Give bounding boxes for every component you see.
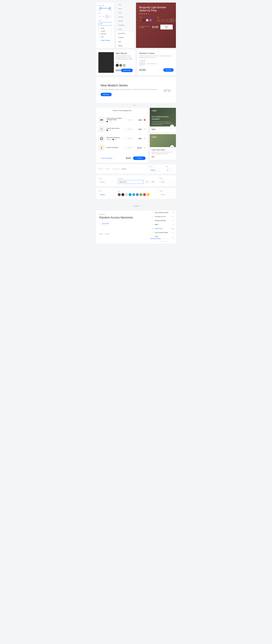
add-to-cart-button[interactable]: Add to Cart <box>121 69 133 72</box>
qty-plus[interactable]: + <box>131 137 134 140</box>
color-charcoal[interactable] <box>142 19 145 22</box>
cat-cardigans[interactable]: Cardigans <box>116 23 134 27</box>
swatch-black[interactable]: ✓ <box>116 64 118 67</box>
qty-minus[interactable]: − <box>125 137 128 140</box>
remove-item-button[interactable]: ✕ <box>144 128 146 130</box>
ship-select-2[interactable]: Russia⌵ <box>160 193 174 196</box>
brand-item[interactable]: Microsoft <box>98 32 110 35</box>
list-view-icon[interactable]: ☰ <box>170 168 174 172</box>
brand-item[interactable]: Apple <box>98 27 110 30</box>
crumb[interactable]: Woman <box>105 168 110 170</box>
dot-1[interactable] <box>134 105 135 106</box>
favorite-button[interactable]: ♥ <box>170 124 174 128</box>
qty-plus[interactable]: + <box>131 128 134 130</box>
track-item[interactable]: 7Touch8:19 <box>150 234 176 238</box>
hero-size-43[interactable]: 43 <box>174 19 176 22</box>
brand-item[interactable]: Intel <box>98 35 110 38</box>
hero-size-39[interactable]: 39 <box>157 19 160 22</box>
checkbox[interactable] <box>98 30 100 32</box>
next-icon[interactable]: ▸▸ <box>166 240 167 242</box>
config-64gb[interactable]: +64GB Miscro SD <box>145 62 158 65</box>
color-swatch[interactable] <box>147 193 150 196</box>
proceed-button[interactable]: Proceed <box>133 156 146 160</box>
color-burgundy[interactable]: ✓ <box>139 19 142 22</box>
size-42[interactable]: 42 <box>109 15 112 18</box>
sort-select[interactable]: Category⌵ <box>149 168 161 172</box>
likes[interactable]: ♥ 859 <box>99 233 102 235</box>
size-40[interactable]: 40 <box>102 15 105 18</box>
apply-changes-button[interactable]: Apply Changes <box>98 40 112 41</box>
checkbox[interactable] <box>98 33 100 35</box>
track-item[interactable]: 4Within3:48 <box>150 222 176 226</box>
prev-icon[interactable]: ◂◂ <box>159 240 161 242</box>
color-swatch[interactable] <box>122 193 124 196</box>
keyword-input[interactable]: Apple iPhone <box>118 180 144 184</box>
hero-size-40[interactable]: 40 <box>161 19 165 22</box>
price-min-input[interactable] <box>144 180 150 184</box>
track-item[interactable]: 1Give Life Back to Music4:35 <box>150 210 176 214</box>
buy-now-button[interactable]: Buy Now <box>163 68 174 72</box>
cat-tops[interactable]: Tops <box>116 2 134 7</box>
color-swatch[interactable] <box>125 193 128 196</box>
grid-view-icon[interactable]: ⊞ <box>166 168 170 172</box>
remove-item-button[interactable]: ✕ <box>144 138 146 139</box>
config-full[interactable]: Full <box>139 62 145 65</box>
color-swatch[interactable] <box>129 193 132 196</box>
color-swatch[interactable] <box>143 193 146 196</box>
qty-minus[interactable]: − <box>125 118 128 121</box>
swatch-grey[interactable] <box>123 64 126 67</box>
swatch-olive[interactable] <box>119 64 122 67</box>
size-41[interactable]: 41 <box>106 15 108 18</box>
cat-socks[interactable]: Socks <box>116 27 134 32</box>
cat-basics[interactable]: Basics <box>116 7 134 11</box>
color-swatch[interactable]: ✓ <box>118 193 121 196</box>
track-item[interactable]: 5Instant Crush5:37 <box>150 226 176 230</box>
size-39[interactable]: 39 <box>98 15 101 18</box>
category-select[interactable]: Category⌵ <box>98 180 114 184</box>
remove-item-button[interactable]: ✕ <box>144 119 146 121</box>
color-purple[interactable] <box>149 19 152 22</box>
brand-search[interactable] <box>98 22 112 26</box>
buy-album-button[interactable]: Buy for $29 <box>99 222 111 226</box>
progress-bar[interactable] <box>150 238 176 239</box>
dot-2[interactable] <box>136 105 136 106</box>
shop-now-button[interactable]: Shop Now <box>100 93 112 96</box>
crumb[interactable]: Accessories <box>112 168 119 170</box>
shares[interactable]: ⇄ 3745 <box>105 233 109 235</box>
track-item[interactable]: 6Lose Yourself to Dance9:53 <box>150 230 176 234</box>
price-slider[interactable] <box>98 8 112 8</box>
color-grey[interactable] <box>146 19 148 22</box>
cart-item-tag[interactable]: Black ⌵ <box>114 139 118 140</box>
cart-item-tag[interactable]: Black ⌵ <box>108 130 112 131</box>
cat-brands[interactable]: Brands⌵ <box>116 44 134 48</box>
checkbox[interactable] <box>98 36 100 38</box>
brand-item[interactable]: Google <box>98 30 110 32</box>
checkbox[interactable] <box>98 28 100 29</box>
play-icon[interactable]: ▸ <box>163 240 164 242</box>
add-to-cart-button[interactable]: Add to Cart <box>160 24 173 30</box>
color-swatch[interactable] <box>140 193 142 196</box>
brand-search-input[interactable] <box>100 23 117 24</box>
cart-item-tag[interactable]: Garniture ⌵ <box>106 139 112 140</box>
hero-size-42[interactable]: 42 <box>170 19 173 22</box>
track-item[interactable]: 3Giorgio by Moroder4:35 <box>150 218 176 222</box>
continue-shopping-button[interactable]: Continue Shopping <box>98 156 115 160</box>
cart-item-tag[interactable]: Black ⌵ <box>108 121 112 122</box>
cat-dresses[interactable]: Dresses <box>116 15 134 19</box>
color-swatch[interactable] <box>136 193 139 196</box>
cat-accessories[interactable]: Accessories⌵ <box>116 32 134 36</box>
category-select-2[interactable]: Category⌵ <box>98 193 114 196</box>
qty-minus[interactable]: − <box>125 128 128 130</box>
favorite-button[interactable]: ★ <box>170 145 174 149</box>
hero-size-41[interactable]: 41 <box>166 19 169 22</box>
qty-plus[interactable]: + <box>131 118 134 121</box>
cat-gifts[interactable]: Gifts⌵ <box>116 40 134 44</box>
dot-3[interactable] <box>137 105 138 106</box>
ship-select[interactable]: Russia⌵ <box>160 180 174 184</box>
price-max-input[interactable] <box>150 180 156 184</box>
color-swatch[interactable] <box>132 193 135 196</box>
remove-item-button[interactable]: ✕ <box>144 147 146 149</box>
cat-jeans[interactable]: Jeans <box>116 11 134 15</box>
qty-plus[interactable]: + <box>131 146 134 149</box>
qty-minus[interactable]: − <box>125 146 128 149</box>
